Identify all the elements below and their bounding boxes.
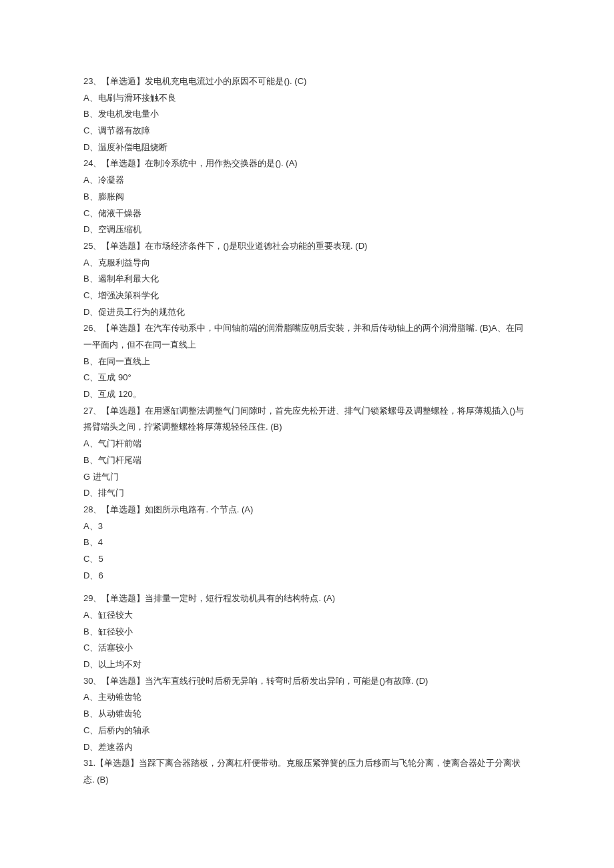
option-line: B、遏制牟利最大化 (83, 271, 531, 288)
question-line: 30、【单选题】当汽车直线行驶时后桥无异响，转弯时后桥发出异响，可能是()有故障… (83, 673, 531, 690)
option-line: B、缸径较小 (83, 624, 531, 640)
option-line: D、互成 120。 (83, 386, 531, 403)
option-line: B、气门杆尾端 (83, 452, 531, 469)
option-line: B、从动锥齿轮 (83, 706, 531, 723)
option-line: D、差速器内 (83, 739, 531, 756)
document-page: 23、【单选遁】发电机充电电流过小的原因不可能是(). (C) A、电刷与滑环接… (0, 0, 614, 868)
question-line: 24、【单选题】在制冷系统中，用作热交换器的是(). (A) (83, 155, 531, 172)
option-line: A、冷凝器 (83, 172, 531, 189)
question-line: 25、【单选题】在市场经济条件下，()是职业道德社会功能的重要表现. (D) (83, 238, 531, 255)
option-line: A、气门杆前端 (83, 436, 531, 452)
option-line: A、缸径较大 (83, 607, 531, 624)
option-line: C、增强决策科学化 (83, 288, 531, 304)
option-line: B、发电机发电量小 (83, 106, 531, 123)
option-line: C、5 (83, 551, 531, 568)
option-line: D、空调压缩机 (83, 222, 531, 238)
question-line: 23、【单选遁】发电机充电电流过小的原因不可能是(). (C) (83, 73, 531, 90)
option-line: D、以上均不对 (83, 657, 531, 673)
option-line: C、互成 90° (83, 370, 531, 386)
option-line: A、克服利益导向 (83, 255, 531, 272)
option-line: D、6 (83, 568, 531, 584)
option-line: C、调节器有故障 (83, 123, 531, 139)
option-line: B、4 (83, 534, 531, 551)
option-line: C、后桥内的轴承 (83, 723, 531, 739)
question-line: 29、【单选题】当排量一定时，短行程发动机具有的结构特点. (A) (83, 590, 531, 607)
question-line: 28、【单选题】如图所示电路有. 个节点. (A) (83, 502, 531, 518)
question-line: 26、【单选题】在汽车传动系中，中间轴前端的润滑脂嘴应朝后安装，并和后传动轴上的… (83, 320, 531, 353)
option-line: G 进气门 (83, 469, 531, 486)
question-line: 27、【单选题】在用逐缸调整法调整气门间隙时，首先应先松开进、排气门锁紧螺母及调… (83, 403, 531, 436)
option-line: D、温度补偿电阻烧断 (83, 139, 531, 156)
option-line: D、促进员工行为的规范化 (83, 304, 531, 321)
option-line: C、储液干燥器 (83, 205, 531, 222)
option-line: A、主动锥齿轮 (83, 689, 531, 706)
option-line: A、电刷与滑环接触不良 (83, 90, 531, 107)
option-line: A、3 (83, 518, 531, 535)
option-line: B、膨胀阀 (83, 189, 531, 205)
question-line: 31.【单选题】当踩下离合器踏板，分离杠杆便带动。克服压紧弹簧的压力后移而与飞轮… (83, 755, 531, 788)
option-line: C、活塞较小 (83, 640, 531, 657)
option-line: D、排气门 (83, 485, 531, 502)
option-line: B、在同一直线上 (83, 354, 531, 370)
